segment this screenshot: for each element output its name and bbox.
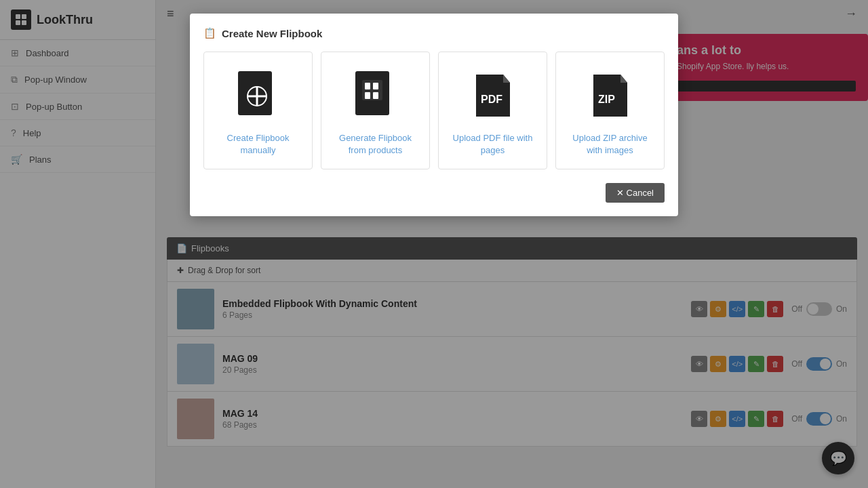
upload-zip-label: Upload ZIP archive with images bbox=[564, 132, 656, 157]
upload-pdf-option[interactable]: PDF Upload PDF file with pages bbox=[438, 52, 547, 169]
create-flipbook-modal: 📋 Create New Flipbook Create Flipbook ma… bbox=[190, 14, 678, 216]
create-manually-label: Create Flipbook manually bbox=[212, 132, 304, 157]
svg-rect-12 bbox=[373, 83, 378, 89]
modal-overlay: 📋 Create New Flipbook Create Flipbook ma… bbox=[0, 0, 868, 488]
generate-from-products-option[interactable]: Generate Flipbook from products bbox=[321, 52, 430, 169]
upload-zip-icon: ZIP bbox=[580, 64, 641, 125]
cancel-button[interactable]: ✕ Cancel bbox=[606, 183, 665, 203]
modal-options: Create Flipbook manually Generate Flipb bbox=[203, 52, 665, 169]
svg-rect-13 bbox=[365, 92, 370, 99]
modal-title: Create New Flipbook bbox=[222, 28, 322, 39]
upload-zip-option[interactable]: ZIP Upload ZIP archive with images bbox=[555, 52, 665, 169]
create-manually-icon bbox=[228, 64, 289, 125]
modal-title-icon: 📋 bbox=[203, 27, 216, 39]
upload-pdf-icon: PDF bbox=[462, 64, 524, 125]
svg-text:PDF: PDF bbox=[481, 94, 502, 105]
svg-rect-11 bbox=[365, 83, 370, 89]
create-manually-option[interactable]: Create Flipbook manually bbox=[203, 52, 313, 169]
modal-header: 📋 Create New Flipbook bbox=[203, 27, 665, 39]
upload-pdf-label: Upload PDF file with pages bbox=[447, 132, 538, 157]
modal-footer: ✕ Cancel bbox=[203, 183, 665, 203]
svg-text:ZIP: ZIP bbox=[598, 94, 615, 105]
svg-rect-14 bbox=[373, 92, 378, 99]
generate-from-products-label: Generate Flipbook from products bbox=[330, 132, 421, 157]
generate-from-products-icon bbox=[345, 64, 406, 125]
